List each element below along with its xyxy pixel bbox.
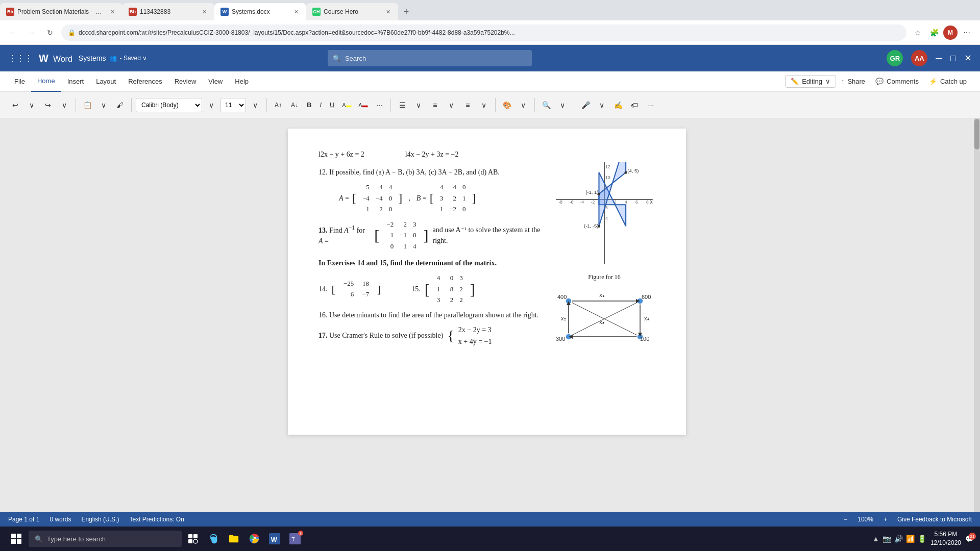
- taskbar-search[interactable]: 🔍 Type here to search: [29, 531, 182, 547]
- files-taskbar-icon[interactable]: [225, 530, 243, 548]
- taskbar: 🔍 Type here to search: [0, 527, 980, 551]
- menu-layout[interactable]: Layout: [90, 71, 122, 92]
- find-button[interactable]: 🔍: [539, 98, 553, 112]
- battery-icon[interactable]: 🔋: [918, 535, 926, 543]
- tab-1[interactable]: Bb Problem Section Materials – 202... ✕: [0, 3, 122, 20]
- redo-chevron[interactable]: ∨: [57, 98, 71, 112]
- zoom-plus[interactable]: +: [884, 516, 887, 523]
- word-page[interactable]: l2x − y + 6z = 2 l4x − 2y + 3z = −2: [288, 129, 686, 435]
- tab-3-close[interactable]: ✕: [292, 8, 300, 16]
- menu-view[interactable]: View: [202, 71, 229, 92]
- undo-button[interactable]: ↩: [8, 98, 22, 112]
- increase-font-button[interactable]: A↑: [271, 98, 285, 112]
- bullets-button[interactable]: ☰: [395, 98, 409, 112]
- apps-grid-icon[interactable]: ⋮⋮⋮: [8, 54, 33, 63]
- system-eq1: 2x − 2y = 3: [458, 324, 492, 335]
- decrease-font-button[interactable]: A↓: [287, 98, 302, 112]
- more-ribbon-button[interactable]: ···: [644, 98, 658, 112]
- format-painter-button[interactable]: 🖌: [113, 98, 127, 112]
- reload-button[interactable]: ↻: [43, 26, 57, 40]
- undo-chevron[interactable]: ∨: [24, 98, 39, 112]
- underline-button[interactable]: U: [327, 98, 337, 112]
- tab-1-close[interactable]: ✕: [108, 8, 116, 16]
- notification-center[interactable]: 💬 21: [965, 535, 974, 543]
- edge-taskbar-icon[interactable]: [204, 530, 223, 548]
- extensions-icon[interactable]: 🧩: [927, 26, 941, 40]
- word-search[interactable]: 🔍 Search: [328, 50, 532, 66]
- dictate-chevron[interactable]: ∨: [595, 98, 609, 112]
- editing-button[interactable]: ✏️ Editing ∨: [785, 75, 836, 88]
- redo-button[interactable]: ↪: [41, 98, 55, 112]
- clipboard-button[interactable]: 📋: [80, 98, 94, 112]
- word-taskbar-icon[interactable]: W: [265, 530, 284, 548]
- numbering-button[interactable]: ≡: [428, 98, 442, 112]
- menu-insert[interactable]: Insert: [61, 71, 90, 92]
- taskbar-time-block[interactable]: 5:56 PM 12/10/2020: [930, 530, 961, 547]
- close-button[interactable]: ✕: [964, 53, 972, 64]
- tray-icon-2[interactable]: 📷: [883, 535, 891, 543]
- bookmark-icon[interactable]: ☆: [911, 26, 925, 40]
- editing-chevron: ∨: [825, 78, 830, 85]
- start-button[interactable]: [6, 529, 27, 549]
- browser-user-avatar[interactable]: M: [943, 26, 958, 40]
- zoom-minus[interactable]: −: [844, 516, 847, 523]
- teams-taskbar-icon[interactable]: T 8: [286, 530, 304, 548]
- menu-review[interactable]: Review: [168, 71, 203, 92]
- forward-button[interactable]: →: [24, 26, 39, 40]
- dictate-button[interactable]: 🎤: [578, 98, 593, 112]
- catchup-button[interactable]: ⚡ Catch up: [924, 76, 972, 87]
- find-chevron[interactable]: ∨: [555, 98, 570, 112]
- wifi-icon[interactable]: 📶: [906, 535, 915, 543]
- comments-button[interactable]: 💬 Comments: [870, 76, 924, 87]
- bold-button[interactable]: B: [304, 98, 314, 112]
- styles-button[interactable]: 🎨: [500, 98, 514, 112]
- menu-home[interactable]: Home: [31, 71, 61, 92]
- feedback-text[interactable]: Give Feedback to Microsoft: [897, 516, 972, 523]
- address-input[interactable]: 🔒 dcccd.sharepoint.com/:w:/r/sites/Preca…: [61, 24, 906, 41]
- tray-icon-1[interactable]: ▲: [872, 535, 879, 543]
- share-button[interactable]: ↑ Share: [836, 76, 870, 87]
- tab-3[interactable]: W Systems.docx ✕: [214, 3, 306, 20]
- new-tab-button[interactable]: +: [398, 3, 414, 20]
- word-titlebar: ⋮⋮⋮ W Word Systems 👥 - Saved ∨ 🔍 Search …: [0, 45, 980, 71]
- paste-chevron[interactable]: ∨: [96, 98, 111, 112]
- more-options-icon[interactable]: ⋯: [960, 26, 974, 40]
- font-size-select[interactable]: 11: [220, 98, 246, 112]
- font-size-chevron[interactable]: ∨: [248, 98, 262, 112]
- gr-avatar[interactable]: GR: [887, 50, 903, 66]
- word-page-wrapper[interactable]: l2x − y + 6z = 2 l4x − 2y + 3z = −2: [0, 118, 974, 512]
- italic-button[interactable]: I: [316, 98, 325, 112]
- font-family-select[interactable]: Calibri (Body): [136, 98, 202, 112]
- more-font-button[interactable]: ···: [372, 98, 386, 112]
- maximize-button[interactable]: □: [950, 53, 956, 64]
- tab-2-close[interactable]: ✕: [200, 8, 208, 16]
- align-button[interactable]: ≡: [460, 98, 475, 112]
- svg-rect-53: [193, 534, 198, 538]
- styles-chevron[interactable]: ∨: [516, 98, 530, 112]
- editor-button[interactable]: ✍: [611, 98, 625, 112]
- tab-2-title: 113432883: [140, 8, 197, 15]
- font-color-button[interactable]: A▬: [356, 98, 370, 112]
- scroll-bar[interactable]: [974, 118, 980, 512]
- task-view-button[interactable]: [184, 530, 202, 548]
- back-button[interactable]: ←: [6, 26, 20, 40]
- bullets-chevron[interactable]: ∨: [411, 98, 426, 112]
- tab-4[interactable]: CH Course Hero ✕: [306, 3, 398, 20]
- align-chevron[interactable]: ∨: [477, 98, 491, 112]
- scroll-thumb[interactable]: [974, 119, 979, 149]
- menu-help[interactable]: Help: [229, 71, 255, 92]
- tray-icon-3[interactable]: 🔊: [894, 535, 903, 543]
- tab-4-close[interactable]: ✕: [384, 8, 392, 16]
- font-family-chevron[interactable]: ∨: [204, 98, 218, 112]
- user-avatar[interactable]: AA: [911, 50, 927, 66]
- minimize-button[interactable]: ─: [936, 53, 942, 64]
- menu-file[interactable]: File: [8, 71, 31, 92]
- search-placeholder: Search: [345, 55, 366, 62]
- sensitivity-button[interactable]: 🏷: [627, 98, 642, 112]
- chrome-taskbar-icon[interactable]: [245, 530, 263, 548]
- word-ribbon: ↩ ∨ ↪ ∨ 📋 ∨ 🖌 Calibri (Body) ∨ 11 ∨ A↑ A…: [0, 92, 980, 118]
- numbering-chevron[interactable]: ∨: [444, 98, 458, 112]
- highlight-button[interactable]: A▬: [339, 98, 354, 112]
- tab-2[interactable]: Bb 113432883 ✕: [122, 3, 214, 20]
- menu-references[interactable]: References: [122, 71, 168, 92]
